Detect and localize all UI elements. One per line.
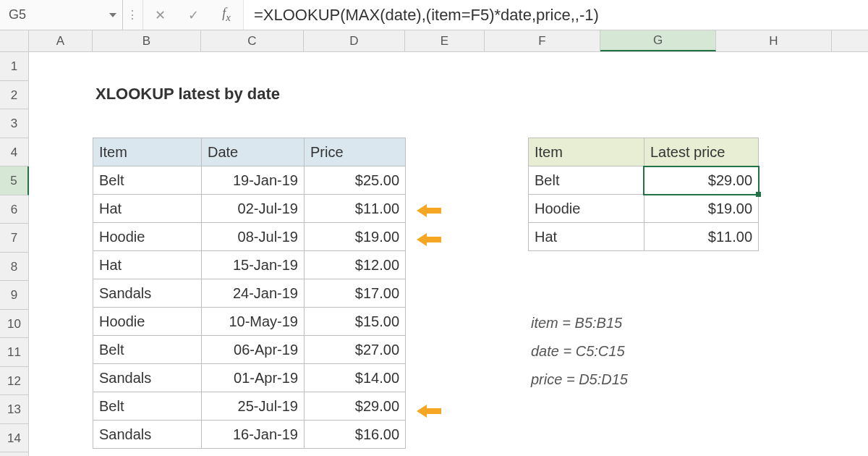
fx-icon: fx — [222, 6, 231, 24]
row-header-13[interactable]: 13 — [0, 395, 28, 424]
cell-item[interactable]: Hat — [93, 195, 202, 223]
cell-price[interactable]: $17.00 — [305, 279, 406, 308]
insert-function-button[interactable]: fx — [210, 0, 243, 30]
cell-latest-price[interactable]: $19.00 — [644, 195, 759, 223]
select-all-corner[interactable] — [0, 30, 29, 51]
header-date[interactable]: Date — [202, 138, 305, 166]
formula-text: =XLOOKUP(MAX(date),(item=F5)*date,price,… — [254, 6, 599, 25]
table-row: Belt25-Jul-19$29.00 — [93, 392, 406, 421]
row-header-12[interactable]: 12 — [0, 367, 28, 396]
row-header-10[interactable]: 10 — [0, 310, 28, 339]
cell-date[interactable]: 01-Apr-19 — [202, 364, 305, 392]
table-row: Hoodie$19.00 — [529, 195, 759, 223]
chevron-down-icon[interactable] — [109, 13, 116, 17]
col-header-b[interactable]: B — [93, 30, 201, 51]
header-item[interactable]: Item — [529, 138, 644, 166]
cell-item[interactable]: Hoodie — [93, 308, 202, 336]
cell-item[interactable]: Hat — [93, 251, 202, 279]
data-table: Item Date Price Belt19-Jan-19$25.00Hat02… — [93, 138, 406, 449]
row-header-1[interactable]: 1 — [0, 52, 28, 81]
cell-item[interactable]: Hat — [529, 223, 644, 251]
cell-date[interactable]: 08-Jul-19 — [202, 223, 305, 251]
col-header-h[interactable]: H — [716, 30, 832, 51]
row-header-4[interactable]: 4 — [0, 138, 28, 167]
col-header-a[interactable]: A — [29, 30, 93, 51]
row-headers: 1 2 3 4 5 6 7 8 9 10 11 12 13 14 — [0, 52, 29, 456]
cell-price[interactable]: $25.00 — [305, 166, 406, 195]
row-header-14[interactable]: 14 — [0, 424, 28, 453]
cell-item[interactable]: Sandals — [93, 421, 202, 449]
cell-item[interactable]: Belt — [93, 392, 202, 421]
cell-date[interactable]: 19-Jan-19 — [202, 166, 305, 195]
table-row: Sandals16-Jan-19$16.00 — [93, 421, 406, 449]
cell-item[interactable]: Sandals — [93, 279, 202, 308]
cell-latest-price[interactable]: $29.00 — [644, 166, 759, 195]
row-header-7[interactable]: 7 — [0, 224, 28, 253]
svg-marker-0 — [417, 204, 441, 217]
cell-price[interactable]: $15.00 — [305, 308, 406, 336]
row-header-2[interactable]: 2 — [0, 81, 28, 110]
svg-marker-1 — [417, 233, 441, 246]
cell-item[interactable]: Belt — [93, 336, 202, 364]
cell-date[interactable]: 25-Jul-19 — [202, 392, 305, 421]
col-header-g[interactable]: G — [600, 30, 716, 51]
table-header-row: Item Date Price — [93, 138, 406, 166]
row-header-5[interactable]: 5 — [0, 166, 29, 195]
cell-item[interactable]: Hoodie — [529, 195, 644, 223]
row-header-9[interactable]: 9 — [0, 281, 28, 310]
cell-price[interactable]: $29.00 — [305, 392, 406, 421]
header-price[interactable]: Price — [305, 138, 406, 166]
page-title: XLOOKUP latest by date — [95, 85, 280, 104]
table-row: Belt06-Apr-19$27.00 — [93, 336, 406, 364]
cell-date[interactable]: 16-Jan-19 — [202, 421, 305, 449]
table-row: Hat$11.00 — [529, 223, 759, 251]
cell-item[interactable]: Belt — [93, 166, 202, 195]
cell-item[interactable]: Hoodie — [93, 223, 202, 251]
result-table: Item Latest price Belt$29.00Hoodie$19.00… — [528, 138, 759, 251]
row-header-6[interactable]: 6 — [0, 195, 28, 224]
table-row: Hoodie10-May-19$15.00 — [93, 308, 406, 336]
formula-bar: G5 ⋮ ✕ ✓ fx =XLOOKUP(MAX(date),(item=F5)… — [0, 0, 868, 30]
formula-bar-separator: ⋮ — [123, 0, 143, 30]
check-icon: ✓ — [188, 7, 199, 23]
cell-item[interactable]: Sandals — [93, 364, 202, 392]
cell-date[interactable]: 24-Jan-19 — [202, 279, 305, 308]
range-item: item = B5:B15 — [531, 309, 628, 337]
cell-price[interactable]: $11.00 — [305, 195, 406, 223]
cells-area[interactable]: XLOOKUP latest by date Item Date Price B… — [29, 52, 868, 456]
cell-latest-price[interactable]: $11.00 — [644, 223, 759, 251]
table-row: Hat15-Jan-19$12.00 — [93, 251, 406, 279]
table-row: Hoodie08-Jul-19$19.00 — [93, 223, 406, 251]
range-price: price = D5:D15 — [531, 366, 628, 394]
named-ranges: item = B5:B15 date = C5:C15 price = D5:D… — [531, 309, 628, 394]
cell-price[interactable]: $16.00 — [305, 421, 406, 449]
col-header-f[interactable]: F — [485, 30, 600, 51]
table-row: Belt$29.00 — [529, 166, 759, 195]
row-header-3[interactable]: 3 — [0, 109, 28, 138]
col-header-e[interactable]: E — [405, 30, 485, 51]
cancel-button[interactable]: ✕ — [143, 0, 176, 30]
cell-date[interactable]: 10-May-19 — [202, 308, 305, 336]
arrow-left-icon — [417, 232, 443, 248]
cell-price[interactable]: $27.00 — [305, 336, 406, 364]
enter-button[interactable]: ✓ — [176, 0, 210, 30]
name-box[interactable]: G5 — [0, 0, 123, 30]
header-latest-price[interactable]: Latest price — [644, 138, 759, 166]
col-header-c[interactable]: C — [201, 30, 304, 51]
cell-price[interactable]: $12.00 — [305, 251, 406, 279]
table-header-row: Item Latest price — [529, 138, 759, 166]
col-header-d[interactable]: D — [304, 30, 405, 51]
cell-date[interactable]: 06-Apr-19 — [202, 336, 305, 364]
header-item[interactable]: Item — [93, 138, 202, 166]
cell-price[interactable]: $14.00 — [305, 364, 406, 392]
row-header-8[interactable]: 8 — [0, 253, 28, 282]
cell-price[interactable]: $19.00 — [305, 223, 406, 251]
name-box-value: G5 — [9, 7, 105, 22]
table-row: Sandals24-Jan-19$17.00 — [93, 279, 406, 308]
cell-date[interactable]: 15-Jan-19 — [202, 251, 305, 279]
formula-input[interactable]: =XLOOKUP(MAX(date),(item=F5)*date,price,… — [243, 0, 868, 30]
row-header-11[interactable]: 11 — [0, 338, 28, 367]
cell-date[interactable]: 02-Jul-19 — [202, 195, 305, 223]
table-row: Sandals01-Apr-19$14.00 — [93, 364, 406, 392]
cell-item[interactable]: Belt — [529, 166, 644, 195]
